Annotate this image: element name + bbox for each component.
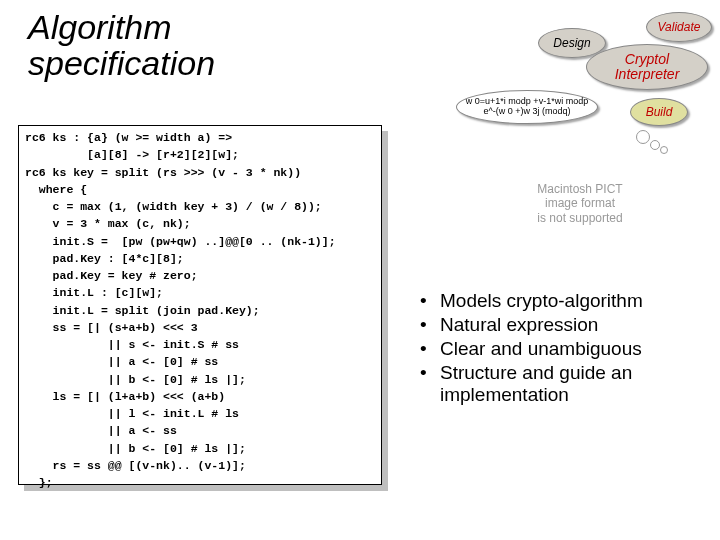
list-item: • Models crypto-algorithm xyxy=(420,290,710,312)
oval-cryptol-interpreter: Cryptol Interpreter xyxy=(586,44,708,90)
oval-validate: Validate xyxy=(646,12,712,42)
cryptol-label-2: Interpreter xyxy=(615,67,680,82)
placeholder-line: image format xyxy=(520,196,640,210)
bullet-text: Clear and unambiguous xyxy=(440,338,642,360)
bullet-marker: • xyxy=(420,290,440,312)
page-title: Algorithm specification xyxy=(28,10,215,81)
oval-formula: w 0=u+1*i modp +v-1*wi modp e^-(w 0 +)w … xyxy=(456,90,598,124)
bullet-marker: • xyxy=(420,314,440,336)
list-item: • Clear and unambiguous xyxy=(420,338,710,360)
bullet-list: • Models crypto-algorithm • Natural expr… xyxy=(420,290,710,408)
validate-label: Validate xyxy=(658,20,701,34)
list-item: • Natural expression xyxy=(420,314,710,336)
title-line-1: Algorithm xyxy=(28,8,172,46)
oval-build: Build xyxy=(630,98,688,126)
list-item: • Structure and guide an implementation xyxy=(420,362,710,406)
bullet-text: Natural expression xyxy=(440,314,598,336)
code-content: rc6 ks : {a} (w >= width a) => [a][8] ->… xyxy=(18,125,382,485)
process-diagram: Design Validate Cryptol Interpreter Buil… xyxy=(408,8,708,168)
code-block: rc6 ks : {a} (w >= width a) => [a][8] ->… xyxy=(18,125,382,485)
bubble-icon xyxy=(650,140,660,150)
bubble-icon xyxy=(660,146,668,154)
missing-image-placeholder: Macintosh PICT image format is not suppo… xyxy=(520,182,640,225)
bullet-text: Structure and guide an implementation xyxy=(440,362,710,406)
formula-line-2: e^-(w 0 +)w 3j (modq) xyxy=(484,107,571,117)
placeholder-line: Macintosh PICT xyxy=(520,182,640,196)
cryptol-label-1: Cryptol xyxy=(625,52,669,67)
bubble-icon xyxy=(636,130,650,144)
title-line-2: specification xyxy=(28,44,215,82)
design-label: Design xyxy=(553,36,590,50)
bullet-marker: • xyxy=(420,338,440,360)
build-label: Build xyxy=(646,105,673,119)
bullet-text: Models crypto-algorithm xyxy=(440,290,643,312)
placeholder-line: is not supported xyxy=(520,211,640,225)
bullet-marker: • xyxy=(420,362,440,406)
